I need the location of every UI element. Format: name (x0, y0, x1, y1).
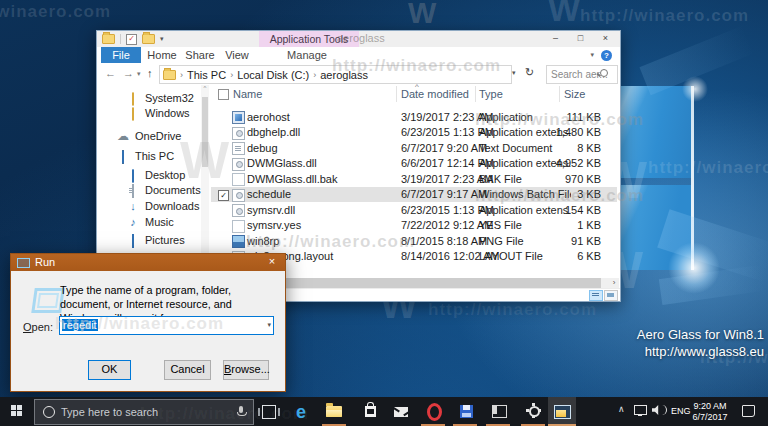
search-icon[interactable] (600, 69, 608, 77)
start-button[interactable] (0, 397, 34, 426)
column-header-type[interactable]: Type (479, 88, 503, 100)
taskbar-icon-app-window[interactable] (485, 397, 513, 426)
file-row-symsrv-dll[interactable]: symsrv.dll 6/23/2015 1:13 PM Application… (211, 202, 617, 218)
file-checkbox-checked[interactable]: ✓ (218, 190, 229, 201)
taskbar-clock[interactable]: 9:20 AM 6/7/2017 (688, 401, 732, 422)
sidebar-item-downloads[interactable]: ↓Downloads (127, 199, 199, 213)
watermark: W (548, 0, 580, 29)
floppy-disk-icon (460, 405, 473, 418)
sidebar-item-pictures[interactable]: Pictures (127, 233, 185, 247)
maximize-button[interactable]: □ (568, 31, 593, 46)
sidebar-item-music[interactable]: ♪Music (127, 215, 174, 229)
up-button[interactable]: ↑ (147, 67, 153, 79)
desktop-icon (132, 169, 134, 183)
aero-glass-credit: Aero Glass for Win8.1 http://www.glass8.… (637, 326, 764, 360)
title-bar[interactable]: ✓ ▾ Application Tools aeroglass – □ × (97, 31, 620, 47)
taskbar-icon-edge[interactable]: e (287, 397, 315, 426)
address-dropdown-icon[interactable]: ▾ (512, 69, 516, 77)
sidebar-item-documents[interactable]: Documents (127, 183, 201, 197)
tab-manage[interactable]: Manage (279, 47, 335, 63)
minimize-button[interactable]: – (543, 31, 568, 46)
breadcrumb-local-disk[interactable]: Local Disk (C:) (237, 69, 309, 81)
address-bar[interactable]: › This PC › Local Disk (C:) › aeroglass (159, 65, 512, 84)
close-button[interactable]: × (593, 31, 618, 46)
file-row-schedule-selected[interactable]: ✓ schedule 6/7/2017 9:17 AM Windows Batc… (211, 187, 617, 203)
file-row-symsrv-yes[interactable]: symsrv.yes 7/22/2012 9:12 AM YES File 1 … (211, 218, 617, 234)
tab-view[interactable]: View (221, 47, 253, 63)
new-folder-icon[interactable] (142, 34, 155, 44)
task-view-button[interactable] (262, 405, 276, 419)
column-header-date-modified[interactable]: Date modified (401, 88, 469, 100)
run-title-bar[interactable]: Run × (11, 254, 285, 271)
column-header-name[interactable]: Name (233, 88, 262, 100)
ok-button[interactable]: OK (88, 360, 131, 380)
file-row-win8rp[interactable]: win8rp 8/1/2015 8:18 AM PNG File 91 KB (211, 233, 617, 249)
breadcrumb-aeroglass[interactable]: aeroglass (320, 69, 368, 81)
pictures-icon (132, 234, 134, 248)
recent-locations-icon[interactable]: ▾ (137, 70, 141, 78)
taskbar-search-input[interactable]: Type here to search (34, 399, 254, 425)
combo-dropdown-icon[interactable]: ▾ (267, 321, 271, 329)
watermark: W (408, 0, 436, 30)
tray-show-hidden-icons[interactable]: ∧ (618, 404, 625, 414)
breadcrumb-separator-icon: › (312, 70, 317, 80)
sidebar-item-desktop[interactable]: Desktop (127, 168, 185, 182)
sidebar-item-windows[interactable]: Windows (127, 106, 190, 120)
column-headers: ^ Name Date modified Type Size (211, 85, 619, 103)
refresh-icon[interactable]: ↻ (525, 66, 534, 79)
taskbar-icon-active-explorer[interactable] (548, 397, 576, 426)
clock-date: 6/7/2017 (688, 412, 732, 423)
tab-file[interactable]: File (101, 47, 141, 63)
downloads-icon: ↓ (127, 201, 139, 212)
cancel-button[interactable]: Cancel (164, 360, 211, 380)
taskbar-icon-opera[interactable] (420, 397, 448, 426)
tab-home[interactable]: Home (145, 47, 179, 63)
file-row-aerohost[interactable]: aerohost 3/19/2017 2:23 AM Application 1… (211, 109, 617, 125)
taskbar-icon-store[interactable] (356, 397, 384, 426)
back-button[interactable]: ← (105, 67, 116, 79)
breadcrumb-this-pc[interactable]: This PC (187, 69, 226, 81)
open-label: Open: (23, 321, 53, 333)
browse-button[interactable]: Browse... (223, 360, 269, 380)
column-header-size[interactable]: Size (564, 88, 585, 100)
action-center-icon[interactable] (742, 405, 755, 417)
file-date: 8/1/2015 8:18 AM (401, 235, 487, 247)
taskbar-icon-file-explorer[interactable] (320, 397, 348, 426)
qat-customize-icon[interactable]: ▾ (160, 35, 164, 43)
details-view-button[interactable] (589, 290, 603, 301)
run-command-input[interactable]: regedit ▾ (59, 316, 274, 335)
file-size: 6 KB (533, 250, 601, 262)
scroll-up-icon[interactable]: ^ (201, 85, 209, 91)
network-icon[interactable] (634, 405, 647, 415)
taskbar-icon-settings[interactable] (520, 397, 548, 426)
computer-icon (122, 150, 124, 164)
file-row-debug[interactable]: debug 6/7/2017 9:20 AM Text Document 8 K… (211, 140, 617, 156)
wallpaper-glow (682, 76, 708, 102)
microphone-icon[interactable] (239, 406, 243, 413)
help-icon[interactable]: ? (601, 50, 612, 61)
file-row-dwmglass-bak[interactable]: DWMGlass.dll.bak 3/19/2017 2:23 AM BAK F… (211, 171, 617, 187)
file-size: 1 KB (533, 219, 601, 231)
ribbon-collapse-icon[interactable]: ▾ (590, 51, 594, 59)
file-row-dwmglass-dll[interactable]: DWMGlass.dll 6/6/2017 12:14 PM Applicati… (211, 156, 617, 172)
run-close-button[interactable]: × (265, 255, 279, 267)
thumbnails-view-button[interactable] (604, 290, 618, 301)
generic-file-icon (232, 173, 245, 186)
run-dialog-title: Run (35, 256, 55, 268)
sidebar-item-system32[interactable]: System32 (127, 91, 194, 105)
run-input-value-selected[interactable]: regedit (62, 319, 98, 331)
sidebar-item-onedrive[interactable]: ☁OneDrive (117, 129, 181, 143)
file-row-dbghelp[interactable]: dbghelp.dll 6/23/2015 1:13 PM Applicatio… (211, 125, 617, 141)
properties-icon[interactable]: ✓ (126, 34, 137, 45)
header-checkbox[interactable] (218, 89, 229, 100)
tab-share[interactable]: Share (183, 47, 217, 63)
scroll-right-icon[interactable]: › (609, 278, 619, 288)
opera-icon (427, 403, 442, 421)
file-name: symsrv.dll (247, 204, 295, 216)
taskbar-icon-mail[interactable] (387, 397, 415, 426)
forward-button[interactable]: → (123, 67, 134, 79)
sidebar-item-this-pc[interactable]: This PC (117, 149, 174, 163)
png-image-icon (232, 235, 245, 248)
file-name: DWMGlass.dll.bak (247, 173, 337, 185)
taskbar-icon-backup-app[interactable] (452, 397, 480, 426)
